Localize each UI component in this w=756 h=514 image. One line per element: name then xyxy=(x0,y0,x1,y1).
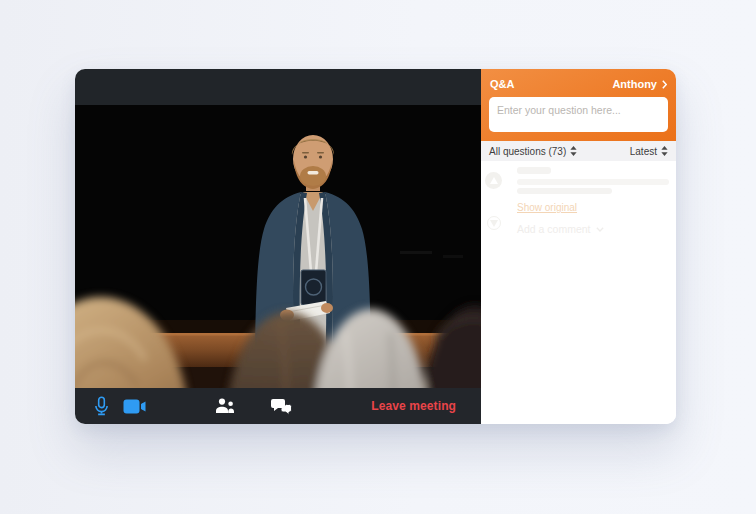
qa-panel: Q&A Anthony All questions (73) Late xyxy=(481,69,676,424)
sort-arrows-icon xyxy=(570,146,577,156)
toolbar-center-group xyxy=(135,395,371,418)
question-list: Show original Add a comment xyxy=(481,161,676,424)
qa-filter-bar: All questions (73) Latest xyxy=(481,141,676,161)
leave-meeting-button[interactable]: Leave meeting xyxy=(371,399,456,413)
question-content: Show original Add a comment xyxy=(517,161,672,235)
wall-mark xyxy=(443,255,463,258)
sort-label: Latest xyxy=(630,146,657,157)
participants-icon xyxy=(215,398,235,414)
show-original-link[interactable]: Show original xyxy=(517,202,577,213)
add-comment-label: Add a comment xyxy=(517,223,591,235)
chevron-right-icon xyxy=(662,80,667,89)
user-name: Anthony xyxy=(612,78,657,90)
microphone-button[interactable] xyxy=(91,393,112,419)
upvote-button[interactable] xyxy=(485,172,502,189)
question-text-placeholder xyxy=(517,188,612,194)
video-feed xyxy=(75,105,481,388)
questions-filter-label: All questions (73) xyxy=(489,146,566,157)
upvote-arrow-icon xyxy=(490,177,498,184)
question-item-ghost: Show original Add a comment xyxy=(481,161,676,235)
qa-header: Q&A Anthony xyxy=(481,69,676,141)
presenter-video-frame xyxy=(75,105,481,388)
video-area: Leave meeting xyxy=(75,69,481,424)
downvote-arrow-icon xyxy=(490,220,498,227)
sort-dropdown[interactable]: Latest xyxy=(630,146,668,157)
wall-mark xyxy=(400,251,432,254)
meeting-toolbar: Leave meeting xyxy=(75,388,481,424)
microphone-icon xyxy=(94,396,109,416)
vote-column xyxy=(485,161,502,235)
chat-icon xyxy=(271,398,292,415)
author-name-placeholder xyxy=(517,167,551,174)
chat-button[interactable] xyxy=(268,395,295,418)
question-input[interactable] xyxy=(489,97,668,132)
user-menu-button[interactable]: Anthony xyxy=(612,78,667,90)
question-text-placeholder xyxy=(517,179,669,185)
chevron-down-icon xyxy=(596,227,604,232)
video-header-bar xyxy=(75,69,481,105)
qa-panel-title: Q&A xyxy=(490,78,514,90)
participants-button[interactable] xyxy=(212,395,238,418)
downvote-button[interactable] xyxy=(487,216,501,230)
meeting-window: Leave meeting Q&A Anthony All questions … xyxy=(75,69,676,424)
add-comment-toggle[interactable]: Add a comment xyxy=(517,223,604,235)
questions-filter-dropdown[interactable]: All questions (73) xyxy=(489,146,577,157)
sort-arrows-icon xyxy=(661,146,668,156)
qa-header-row: Q&A Anthony xyxy=(490,78,667,90)
